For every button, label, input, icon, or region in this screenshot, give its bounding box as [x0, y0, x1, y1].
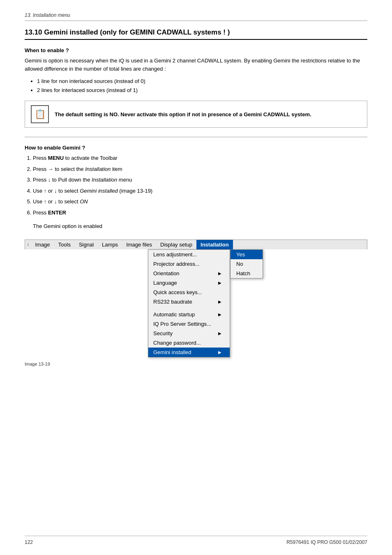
submenu: Yes No Hatch	[230, 249, 263, 279]
step-3: Press ↓ to Pull down the Installation me…	[33, 176, 367, 184]
submenu-yes[interactable]: Yes	[231, 250, 263, 259]
arrow-right-icon: ▶	[218, 281, 221, 285]
menu-separator	[148, 306, 230, 310]
menu-gemini-installed[interactable]: Gemini installed ▶	[148, 348, 230, 357]
when-title: When to enable ?	[25, 47, 367, 53]
menubar-lamps: Lamps	[98, 240, 122, 249]
menubar-tools: Tools	[54, 240, 75, 249]
menu-quick-access-keys[interactable]: Quick access keys...	[148, 288, 230, 297]
menubar: i Image Tools Signal Lamps Image files D…	[25, 240, 367, 249]
section-title: 13.10 Gemini installed (only for GEMINI …	[25, 28, 367, 40]
arrow-right-icon: ▶	[218, 350, 221, 355]
menu-lens-adjustment[interactable]: Lens adjustment...	[148, 250, 230, 259]
arrow-right-icon: ▶	[218, 312, 221, 317]
menubar-icon-item: i	[25, 240, 31, 249]
submenu-no[interactable]: No	[231, 259, 263, 269]
menubar-installation: Installation	[196, 240, 233, 249]
menubar-image: Image	[31, 240, 54, 249]
step-2: Press → to select the Installation item	[33, 165, 367, 173]
arrow-right-icon: ▶	[218, 271, 221, 276]
how-title: How to enable Gemini ?	[25, 145, 367, 151]
bullet-item: 1 line for non interlaced sources (inste…	[37, 77, 367, 86]
step-1: Press MENU to activate the Toolbar	[33, 154, 367, 162]
menu-iq-pro-server-settings[interactable]: IQ Pro Server Settings...	[148, 319, 230, 329]
step-6: Press ENTER	[33, 209, 367, 217]
step-4: Use ↑ or ↓ to select Gemini installed (i…	[33, 187, 367, 195]
step-list: Press MENU to activate the Toolbar Press…	[33, 154, 367, 216]
note-text: The default setting is NO. Never activat…	[55, 111, 311, 117]
note-box: 📋 The default setting is NO. Never activ…	[25, 101, 367, 128]
doc-info: R5976491 IQ PRO G500 01/02/2007	[286, 539, 367, 545]
submenu-hatch[interactable]: Hatch	[231, 269, 263, 278]
page-number: 122	[25, 539, 33, 545]
menu-rs232-baudrate[interactable]: RS232 baudrate ▶	[148, 297, 230, 306]
menu-projector-address[interactable]: Projector address...	[148, 259, 230, 269]
menu-language[interactable]: Language ▶	[148, 278, 230, 288]
dropdown-container: Lens adjustment... Projector address... …	[148, 249, 367, 357]
bullet-list: 1 line for non interlaced sources (inste…	[37, 77, 367, 95]
top-label: 13. Installation menu	[25, 12, 367, 18]
step-sub: The Gemini option is enabled	[33, 222, 367, 230]
menu-area: i Image Tools Signal Lamps Image files D…	[25, 240, 367, 357]
arrow-right-icon: ▶	[218, 299, 221, 304]
image-caption: Image 13-19	[25, 362, 367, 366]
when-text: Gemini is option is necessary when the i…	[25, 57, 367, 73]
arrow-right-icon: ▶	[218, 331, 221, 336]
note-icon: 📋	[31, 105, 49, 123]
menubar-image-files: Image files	[122, 240, 156, 249]
dropdown-menu: Lens adjustment... Projector address... …	[148, 249, 230, 357]
menu-security[interactable]: Security ▶	[148, 329, 230, 338]
menubar-signal: Signal	[75, 240, 98, 249]
menu-automatic-startup[interactable]: Automatic startup ▶	[148, 310, 230, 319]
footer: 122 R5976491 IQ PRO G500 01/02/2007	[25, 536, 367, 545]
bullet-item: 2 lines for interlaced sources (instead …	[37, 86, 367, 95]
menubar-display-setup: Display setup	[156, 240, 196, 249]
menu-change-password[interactable]: Change password...	[148, 338, 230, 348]
menu-orientation[interactable]: Orientation ▶	[148, 269, 230, 278]
step-5: Use ↑ or ↓ to select ON	[33, 198, 367, 206]
